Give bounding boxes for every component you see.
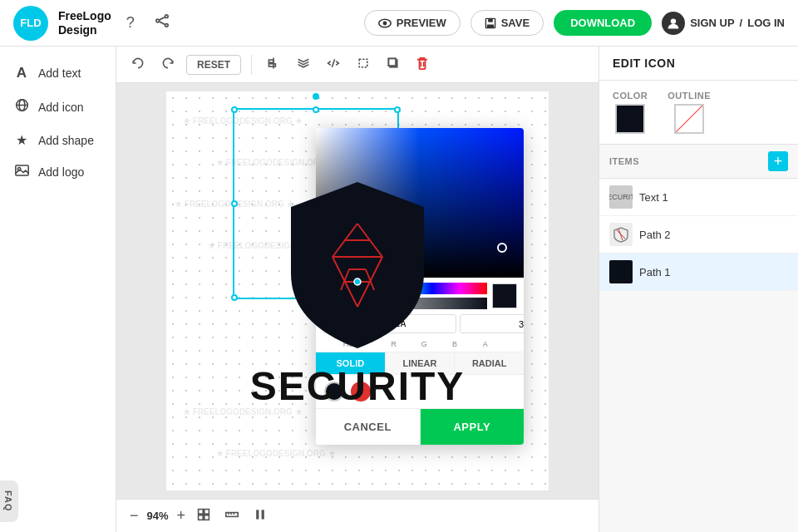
svg-line-53 xyxy=(618,229,623,240)
undo-button[interactable] xyxy=(126,53,150,76)
canvas-wrapper[interactable]: ★ FREELOGODESIGN.ORG ★ ★ FREELOGODESIGN.… xyxy=(116,83,598,499)
layer-item-path2[interactable]: Path 2 xyxy=(599,216,798,254)
globe-icon xyxy=(13,98,30,116)
redo-button[interactable] xyxy=(156,53,180,76)
sidebar-item-add-shape[interactable]: ★ Add shape xyxy=(0,124,116,156)
outline-section: OUTLINE xyxy=(667,91,711,134)
svg-point-10 xyxy=(671,18,676,23)
svg-point-1 xyxy=(156,19,160,22)
star-icon: ★ xyxy=(13,132,30,148)
toolbar-separator xyxy=(251,55,252,75)
zoom-level-display: 94% xyxy=(147,510,169,522)
svg-rect-43 xyxy=(204,509,209,514)
pause-button[interactable] xyxy=(250,505,270,528)
svg-rect-14 xyxy=(15,165,27,175)
svg-point-6 xyxy=(382,21,387,25)
layers-button[interactable] xyxy=(292,53,315,76)
shield-icon-canvas[interactable] xyxy=(274,174,441,357)
layer-name-path2: Path 2 xyxy=(639,229,671,241)
svg-line-4 xyxy=(159,17,165,21)
code-button[interactable] xyxy=(322,53,345,76)
items-header: ITEMS + xyxy=(599,145,798,179)
svg-rect-42 xyxy=(199,509,204,514)
layer-name-path1: Path 1 xyxy=(639,266,671,278)
sidebar-item-add-text[interactable]: A Add text xyxy=(0,57,116,90)
svg-rect-44 xyxy=(199,515,204,520)
main-layout: A Add text Add icon ★ Add shape xyxy=(0,47,798,532)
svg-rect-51 xyxy=(262,510,264,519)
left-sidebar: A Add text Add icon ★ Add shape xyxy=(0,47,116,532)
grid-view-button[interactable] xyxy=(194,505,214,528)
top-navigation: FLD FreeLogo Design ? PREVIEW SAVE DOWNL… xyxy=(0,0,798,47)
layer-thumb-path1 xyxy=(609,260,633,283)
svg-line-3 xyxy=(159,22,165,25)
help-button[interactable]: ? xyxy=(121,9,140,37)
logo-icon: FLD xyxy=(13,6,48,41)
edit-icon-title: EDIT ICON xyxy=(613,57,675,70)
edit-icon-header: EDIT ICON xyxy=(599,47,798,81)
share-button[interactable] xyxy=(150,9,175,37)
svg-rect-8 xyxy=(488,18,493,22)
auth-section[interactable]: SIGN UP / LOG IN xyxy=(662,12,785,35)
ruler-button[interactable] xyxy=(222,505,242,528)
canvas-content: SECURITY xyxy=(166,91,549,490)
canvas-area: RESET xyxy=(116,47,598,532)
align-button[interactable] xyxy=(262,53,285,76)
color-swatch[interactable] xyxy=(615,104,645,134)
avatar-icon xyxy=(662,12,685,35)
color-label: COLOR xyxy=(613,91,648,101)
text-icon: A xyxy=(13,65,30,81)
svg-rect-22 xyxy=(388,58,396,66)
outline-swatch[interactable] xyxy=(674,104,704,134)
svg-rect-17 xyxy=(268,60,273,62)
items-label: ITEMS xyxy=(609,156,639,166)
download-button[interactable]: DOWNLOAD xyxy=(554,10,652,36)
color-section: COLOR xyxy=(613,91,648,134)
layer-item-path1[interactable]: Path 1 xyxy=(599,254,798,291)
svg-rect-45 xyxy=(204,515,209,520)
zoom-in-button[interactable]: + xyxy=(177,507,186,525)
items-section: ITEMS + SECURITY Text 1 Path 2 xyxy=(599,145,798,532)
reset-button[interactable]: RESET xyxy=(186,55,241,75)
sidebar-item-add-logo[interactable]: Add logo xyxy=(0,156,116,188)
svg-point-0 xyxy=(165,15,168,18)
add-item-button[interactable]: + xyxy=(768,151,788,171)
image-icon xyxy=(13,165,30,180)
layer-thumb-path2 xyxy=(609,223,633,246)
delete-button[interactable] xyxy=(411,53,433,76)
outline-label: OUTLINE xyxy=(667,91,711,101)
zoom-out-button[interactable]: − xyxy=(130,507,139,525)
sidebar-item-add-icon[interactable]: Add icon xyxy=(0,90,116,124)
save-button[interactable]: SAVE xyxy=(470,10,544,36)
right-panel: EDIT ICON COLOR OUTLINE ITEMS + SECURITY… xyxy=(598,47,798,532)
faq-tab[interactable]: FAQ xyxy=(0,480,18,522)
canvas-background[interactable]: ★ FREELOGODESIGN.ORG ★ ★ FREELOGODESIGN.… xyxy=(166,91,549,490)
canvas-security-text[interactable]: SECURITY xyxy=(250,363,466,409)
svg-rect-50 xyxy=(256,510,259,519)
svg-point-2 xyxy=(165,24,168,27)
svg-rect-9 xyxy=(486,24,493,27)
layer-name-text1: Text 1 xyxy=(639,191,668,204)
svg-point-39 xyxy=(354,278,361,285)
svg-rect-20 xyxy=(359,59,367,67)
preview-button[interactable]: PREVIEW xyxy=(364,10,461,36)
canvas-toolbar: RESET xyxy=(116,47,598,83)
crop-button[interactable] xyxy=(352,53,375,76)
duplicate-button[interactable] xyxy=(382,53,405,76)
svg-rect-18 xyxy=(268,63,275,66)
brand-name: FreeLogo Design xyxy=(58,9,111,37)
bottom-bar: − 94% + xyxy=(116,499,598,532)
color-outline-row: COLOR OUTLINE xyxy=(599,81,798,145)
svg-line-19 xyxy=(332,59,334,67)
layer-thumb-text1: SECURITY xyxy=(609,185,633,209)
layer-item-text1[interactable]: SECURITY Text 1 xyxy=(599,179,798,216)
sidebar-bottom: FAQ xyxy=(0,480,116,522)
